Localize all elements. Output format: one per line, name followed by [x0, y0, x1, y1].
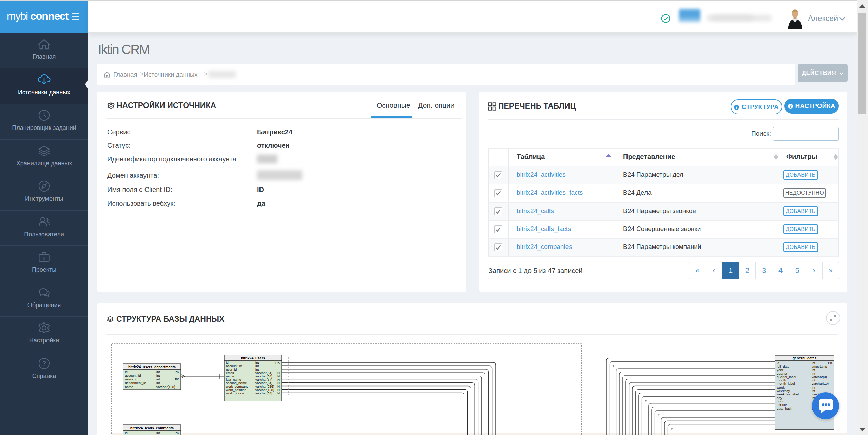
svg-text:name: name [125, 385, 133, 389]
svg-text:int: int [156, 374, 160, 377]
svg-text:id: id [125, 370, 128, 374]
svg-text:?: ? [789, 104, 792, 108]
svg-text:int: int [156, 370, 160, 374]
svg-text:work_phone: work_phone [226, 391, 244, 395]
svg-text:department_id: department_id [125, 381, 146, 385]
svg-text:users_id: users_id [125, 377, 137, 381]
svg-text:date_hash: date_hash [777, 407, 792, 410]
svg-text:?: ? [42, 360, 46, 367]
svg-text:PK: PK [828, 361, 833, 365]
svg-text:FK: FK [175, 377, 179, 381]
svg-text:int: int [156, 381, 160, 385]
svg-text:general_dates: general_dates [793, 356, 817, 360]
svg-text:bitrix24_leads_comments: bitrix24_leads_comments [130, 426, 174, 430]
svg-text:i: i [736, 105, 737, 110]
svg-text:bitrix24_users: bitrix24_users [241, 356, 265, 360]
svg-text:PK: PK [275, 361, 280, 364]
svg-text:PK: PK [175, 370, 179, 374]
svg-text:N: N [277, 391, 280, 395]
svg-text:int: int [156, 431, 160, 435]
svg-text:int: int [156, 377, 160, 381]
svg-text:bitrix24_users_departments: bitrix24_users_departments [128, 365, 176, 369]
svg-text:account_id: account_id [125, 374, 141, 377]
svg-text:id: id [125, 431, 128, 435]
svg-text:PK: PK [175, 431, 179, 435]
svg-text:varchar(64): varchar(64) [255, 391, 272, 395]
svg-text:varchar(128): varchar(128) [156, 385, 175, 389]
